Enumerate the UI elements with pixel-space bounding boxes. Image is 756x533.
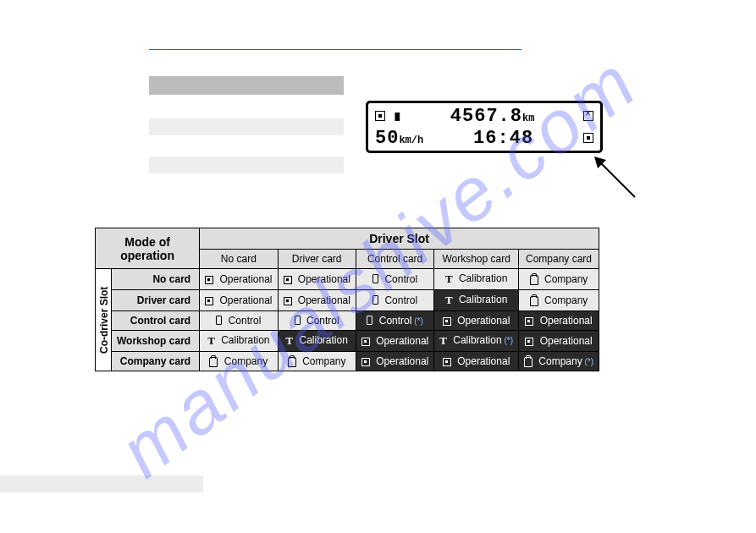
redacted-bar xyxy=(149,118,344,135)
mode-cell-label: Control xyxy=(382,294,417,306)
clip-icon xyxy=(209,357,218,367)
footer-bar xyxy=(0,475,203,492)
mode-cell-label: Operational xyxy=(217,273,272,285)
phone-icon xyxy=(216,316,222,325)
dot-icon xyxy=(205,297,213,305)
col-header: Control card xyxy=(356,250,433,269)
t-icon xyxy=(207,334,215,348)
distance-value: 4567.8 xyxy=(450,106,522,127)
col-header: No card xyxy=(200,250,278,269)
mode-cell: Calibration xyxy=(278,331,356,352)
dot-icon xyxy=(525,338,533,346)
mode-cell-label: Calibration xyxy=(296,334,348,346)
mode-cell: Control xyxy=(278,311,356,331)
mode-cell: Calibration xyxy=(200,331,278,352)
dot-icon xyxy=(205,276,213,284)
row-header: Control card xyxy=(112,311,200,331)
row-header: No card xyxy=(112,269,200,290)
t-icon xyxy=(439,334,447,348)
mode-cell-label: Calibration xyxy=(450,334,502,346)
mode-cell-label: Control xyxy=(376,315,411,327)
phone-icon xyxy=(372,274,378,283)
mode-cell-label: Operational xyxy=(455,315,510,327)
redacted-bar xyxy=(149,157,344,173)
phone-icon xyxy=(367,316,372,325)
mode-cell: Company xyxy=(200,352,278,371)
redacted-bar xyxy=(149,76,344,95)
mode-cell-label: Calibration xyxy=(456,294,508,305)
mode-cell-label: Company xyxy=(542,294,588,306)
mode-cell-label: Operational xyxy=(537,335,592,347)
star-marker: (*) xyxy=(411,316,422,326)
t-icon xyxy=(445,294,453,307)
table-corner: Mode ofoperation xyxy=(96,228,200,269)
mode-cell-label: Company xyxy=(542,273,588,285)
t-icon xyxy=(286,334,294,348)
dot-icon xyxy=(284,297,292,305)
row-header: Company card xyxy=(112,352,200,371)
mode-cell: Operational xyxy=(434,311,519,331)
mode-cell: Operational xyxy=(356,331,433,352)
mode-cell: Operational xyxy=(278,269,356,290)
dot-icon xyxy=(525,317,533,326)
dot-icon xyxy=(443,317,451,326)
mode-cell-label: Operational xyxy=(373,355,428,367)
arrow-annotation xyxy=(593,155,643,206)
speed-value: 50 xyxy=(375,128,399,149)
mode-cell-label: Control xyxy=(225,315,261,327)
dot-icon xyxy=(284,276,292,284)
mode-cell: Calibration (*) xyxy=(434,331,519,352)
clip-icon xyxy=(524,357,533,367)
mode-cell: Company xyxy=(518,269,599,290)
dot-icon xyxy=(361,338,370,346)
mode-cell: Company xyxy=(518,290,599,311)
mode-cell: Control xyxy=(200,311,278,331)
mode-cell: Company xyxy=(278,352,356,371)
mode-cell-label: Calibration xyxy=(456,272,508,284)
col-header: Company card xyxy=(518,250,599,269)
distance-unit: km xyxy=(522,113,534,124)
speed-unit: km/h xyxy=(399,135,423,146)
mode-cell-label: Operational xyxy=(217,294,272,306)
clip-icon xyxy=(530,296,538,306)
star-marker: (*) xyxy=(502,336,513,345)
svg-line-0 xyxy=(599,162,635,197)
mode-cell: Operational xyxy=(518,331,599,352)
mode-cell: Control (*) xyxy=(356,311,433,331)
clip-icon xyxy=(288,357,296,367)
mode-cell-label: Calibration xyxy=(218,334,270,346)
mode-cell-label: Control xyxy=(382,273,417,285)
phone-icon xyxy=(372,295,378,305)
mode-of-operation-table: Mode ofoperation Driver Slot No cardDriv… xyxy=(95,228,599,371)
row-header: Workshop card xyxy=(112,331,200,352)
star-marker: (*) xyxy=(582,357,593,366)
mode-cell-label: Operational xyxy=(295,273,350,285)
lcd-display: ∎ 4567.8km 50km/h 16:48 xyxy=(366,101,603,153)
driver-icon: ∎ xyxy=(394,110,402,125)
mode-cell-label: Control xyxy=(304,315,339,327)
mode-cell: Control xyxy=(356,290,433,311)
t-icon xyxy=(445,272,453,286)
col-header: Driver card xyxy=(278,250,356,269)
mode-cell-label: Operational xyxy=(295,294,350,306)
card-slot1-icon xyxy=(375,111,385,121)
mode-cell-label: Operational xyxy=(537,315,592,327)
card-slot2-icon xyxy=(583,133,593,143)
mode-cell-label: Company xyxy=(536,355,582,367)
divider xyxy=(149,49,521,50)
mode-cell: Operational xyxy=(518,311,599,331)
clip-icon xyxy=(530,275,538,285)
mode-cell-label: Operational xyxy=(373,335,428,347)
dot-icon xyxy=(443,358,451,366)
mode-cell-label: Operational xyxy=(455,355,510,367)
mode-cell-label: Company xyxy=(221,355,268,367)
mode-cell: Operational xyxy=(356,352,433,371)
mode-cell: Control xyxy=(356,269,433,290)
mode-cell: Calibration xyxy=(434,290,519,311)
status-icon xyxy=(583,111,593,121)
svg-marker-1 xyxy=(594,157,606,168)
time-value: 16:48 xyxy=(473,128,533,149)
driver-slot-header: Driver Slot xyxy=(200,228,599,250)
mode-cell: Operational xyxy=(434,352,519,371)
codriver-slot-header: Co-driver Slot xyxy=(96,269,112,371)
